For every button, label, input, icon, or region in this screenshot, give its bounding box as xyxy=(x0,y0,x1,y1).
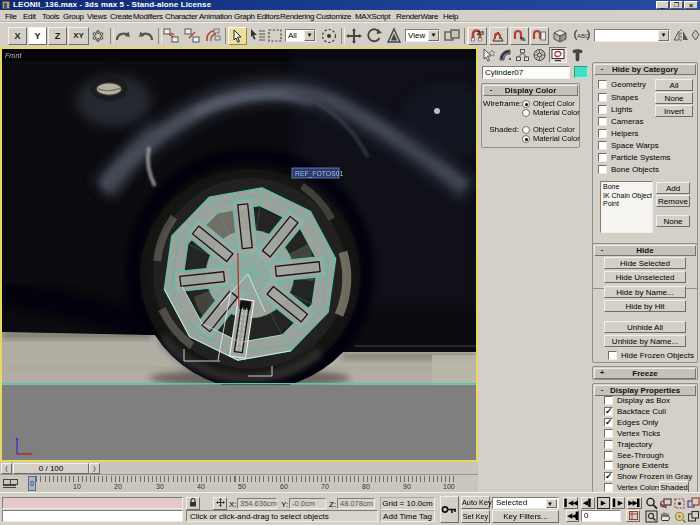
svg-text:2.5: 2.5 xyxy=(477,30,484,36)
svg-text:%: % xyxy=(520,36,526,42)
svg-text:ABC: ABC xyxy=(577,33,590,39)
svg-text:Front: Front xyxy=(5,52,22,59)
svg-text:REF_FOTOS01: REF_FOTOS01 xyxy=(295,170,343,178)
